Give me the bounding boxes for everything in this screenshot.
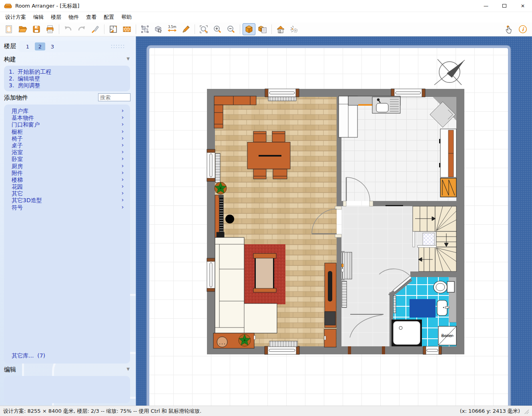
floor-plan-svg: Boiler bbox=[136, 36, 532, 406]
house-3d-button[interactable]: 3D bbox=[274, 23, 287, 35]
toilet bbox=[434, 281, 454, 293]
svg-text:3D: 3D bbox=[281, 26, 285, 29]
new-document-icon bbox=[4, 24, 14, 34]
drawing-canvas[interactable]: Boiler bbox=[136, 36, 532, 406]
close-button[interactable]: ✕ bbox=[514, 0, 532, 12]
dining-chair bbox=[253, 131, 266, 142]
maximize-button[interactable] bbox=[495, 0, 514, 12]
resize-grip-icon[interactable] bbox=[523, 408, 529, 414]
pan-hand-button[interactable] bbox=[503, 23, 516, 35]
brick-wall-icon bbox=[122, 24, 132, 34]
chevron-right-icon: › bbox=[121, 176, 124, 183]
measure-button[interactable]: 3.5m bbox=[166, 23, 179, 35]
floors-selector: 楼层 1 2 3 bbox=[0, 40, 136, 52]
print-icon bbox=[45, 24, 55, 34]
threshold-line bbox=[385, 205, 403, 206]
view-3d-toggle-button[interactable] bbox=[243, 23, 255, 35]
radiator-bottom-window bbox=[269, 341, 297, 347]
toolbar-separator bbox=[195, 24, 195, 34]
zoom-selection-button[interactable] bbox=[197, 23, 210, 35]
menu-edit[interactable]: 编辑 bbox=[30, 12, 47, 22]
object-properties-button[interactable] bbox=[256, 23, 269, 35]
more-libraries-link[interactable]: 其它库... (7) bbox=[12, 352, 45, 360]
collapse-icon[interactable]: ▼ bbox=[126, 367, 130, 371]
format-brush-icon bbox=[90, 24, 100, 34]
category-other-3d-shapes[interactable]: 其它3D造型› bbox=[4, 197, 130, 204]
menu-design[interactable]: 设计方案 bbox=[2, 12, 30, 22]
format-brush-button[interactable] bbox=[89, 23, 102, 35]
open-button[interactable] bbox=[16, 23, 29, 35]
floors-grip[interactable] bbox=[110, 44, 126, 50]
select-objects-button[interactable] bbox=[139, 23, 151, 35]
floors-label: 楼层 bbox=[4, 42, 16, 50]
window-title: Room Arranger - [无标题] bbox=[15, 2, 79, 10]
hall-radiator-large bbox=[342, 252, 352, 279]
floor-button-2[interactable]: 2 bbox=[35, 42, 45, 50]
zoom-in-button[interactable] bbox=[211, 23, 224, 35]
category-chairs[interactable]: 椅子› bbox=[4, 135, 130, 142]
dining-chair bbox=[253, 169, 266, 179]
build-step-adjust-rooms[interactable]: 3. 房间调整 bbox=[9, 82, 125, 89]
app-sofa-icon bbox=[4, 3, 12, 9]
menu-objects[interactable]: 物件 bbox=[65, 12, 82, 22]
menu-view[interactable]: 查看 bbox=[82, 12, 100, 22]
floor-button-3[interactable]: 3 bbox=[47, 42, 58, 50]
info-button[interactable]: i bbox=[516, 23, 529, 35]
object-properties-icon bbox=[258, 24, 267, 34]
category-accessories[interactable]: 附件› bbox=[4, 170, 130, 177]
floor-plan[interactable]: Boiler bbox=[207, 89, 464, 354]
category-user-library[interactable]: 用户库› bbox=[4, 108, 130, 115]
floor-button-1[interactable]: 1 bbox=[22, 42, 33, 50]
print-button[interactable] bbox=[44, 23, 56, 35]
category-doors-windows[interactable]: 门口和窗户› bbox=[4, 121, 130, 128]
chevron-right-icon: › bbox=[121, 204, 124, 210]
draw-pen-button[interactable] bbox=[179, 23, 192, 35]
category-bedroom[interactable]: 卧室› bbox=[4, 156, 130, 163]
redo-button[interactable] bbox=[75, 23, 88, 35]
menu-help[interactable]: 帮助 bbox=[118, 12, 135, 22]
shower-tray bbox=[391, 320, 422, 346]
category-tables[interactable]: 桌子› bbox=[4, 142, 130, 149]
minimize-button[interactable]: — bbox=[477, 0, 495, 12]
redo-icon bbox=[77, 24, 86, 34]
cursor-coordinates: (x: 10666 y: 2413 毫米) bbox=[460, 408, 520, 415]
category-stairs[interactable]: 楼梯› bbox=[4, 177, 130, 183]
pick-object-button[interactable] bbox=[152, 23, 165, 35]
save-button[interactable] bbox=[30, 23, 43, 35]
chevron-right-icon: › bbox=[121, 197, 124, 203]
undo-button[interactable] bbox=[62, 23, 74, 35]
add-objects-title: 添加物件 bbox=[4, 94, 28, 102]
toolbar: 3.5m 3D i bbox=[0, 22, 532, 36]
toolbar-separator bbox=[271, 24, 272, 34]
category-garden[interactable]: 花园› bbox=[4, 183, 130, 190]
svg-text:3.5m: 3.5m bbox=[168, 25, 177, 29]
build-step-edit-walls[interactable]: 2. 编辑墙壁 bbox=[9, 75, 125, 82]
wall-editor-button[interactable] bbox=[120, 23, 133, 35]
chevron-right-icon: › bbox=[121, 107, 124, 114]
category-basic-objects[interactable]: 基本物件› bbox=[4, 115, 130, 121]
new-document-button[interactable] bbox=[3, 23, 16, 35]
save-icon bbox=[32, 24, 41, 34]
chevron-right-icon: › bbox=[121, 149, 124, 155]
zoom-out-icon bbox=[226, 24, 236, 34]
collapse-icon[interactable]: ▼ bbox=[126, 56, 130, 61]
effects-button[interactable] bbox=[288, 23, 301, 35]
plan-editor-button[interactable] bbox=[107, 23, 120, 35]
menu-options[interactable]: 配置 bbox=[100, 12, 118, 22]
effects-icon bbox=[289, 24, 299, 34]
category-bathroom[interactable]: 浴室› bbox=[4, 149, 130, 156]
window-bottom-living bbox=[265, 346, 299, 354]
pick-object-icon bbox=[154, 24, 163, 34]
build-step-new-project[interactable]: 1. 开始新的工程 bbox=[9, 68, 125, 75]
search-input[interactable] bbox=[98, 93, 130, 101]
category-kitchen[interactable]: 厨房› bbox=[4, 163, 130, 170]
box-3d-icon bbox=[244, 24, 254, 34]
dining-chair bbox=[273, 169, 287, 179]
category-others[interactable]: 其它› bbox=[4, 190, 130, 197]
edit-section-header: 编辑 ▼ bbox=[0, 366, 136, 374]
category-symbols[interactable]: 符号› bbox=[4, 204, 130, 211]
object-categories-panel: 用户库› 基本物件› 门口和窗户› 橱柜› 椅子› 桌子› 浴室› 卧室› 厨房… bbox=[4, 105, 130, 364]
category-cabinets[interactable]: 橱柜› bbox=[4, 129, 130, 135]
menu-floors[interactable]: 楼层 bbox=[47, 12, 65, 22]
zoom-out-button[interactable] bbox=[225, 23, 237, 35]
